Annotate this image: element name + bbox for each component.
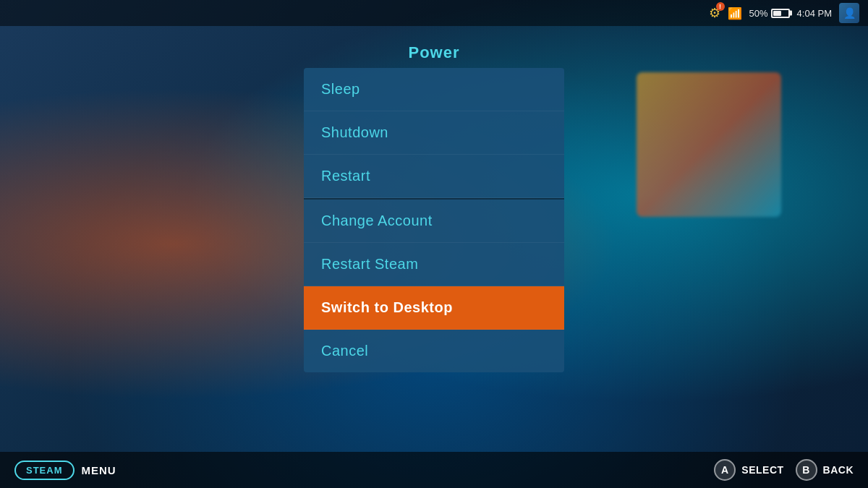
- bottom-bar: STEAM MENU A SELECT B BACK: [0, 452, 868, 488]
- steam-button[interactable]: STEAM: [14, 461, 75, 480]
- gear-icon: ⚙: [709, 5, 720, 21]
- battery-area: 50%: [749, 8, 790, 19]
- b-button[interactable]: B: [796, 459, 817, 481]
- a-button[interactable]: A: [714, 459, 736, 481]
- power-menu: Power Sleep Shutdown Restart Change Acco…: [304, 43, 564, 372]
- menu-list: Sleep Shutdown Restart Change Account Re…: [304, 68, 564, 372]
- select-action: A SELECT: [714, 459, 783, 481]
- select-label: SELECT: [741, 464, 783, 476]
- bottom-left: STEAM MENU: [14, 461, 116, 480]
- wifi-icon: 📶: [728, 7, 742, 20]
- menu-item-sleep[interactable]: Sleep: [304, 68, 564, 111]
- menu-item-restart[interactable]: Restart: [304, 155, 564, 198]
- game-art-decoration: [637, 72, 781, 217]
- battery-percentage: 50%: [749, 8, 768, 19]
- menu-item-restart-steam[interactable]: Restart Steam: [304, 243, 564, 286]
- menu-title: Power: [304, 43, 564, 62]
- status-bar: ⚙ 📶 50% 4:04 PM 👤: [0, 0, 868, 26]
- menu-item-shutdown[interactable]: Shutdown: [304, 111, 564, 155]
- battery-icon: [771, 9, 790, 18]
- menu-item-cancel[interactable]: Cancel: [304, 330, 564, 372]
- back-label: BACK: [823, 464, 854, 476]
- menu-item-change-account[interactable]: Change Account: [304, 200, 564, 243]
- bottom-right: A SELECT B BACK: [714, 459, 854, 481]
- menu-item-switch-to-desktop[interactable]: Switch to Desktop: [304, 286, 564, 330]
- back-action: B BACK: [796, 459, 854, 481]
- time-display: 4:04 PM: [797, 8, 832, 19]
- menu-label: MENU: [82, 464, 116, 476]
- user-avatar: 👤: [839, 3, 859, 23]
